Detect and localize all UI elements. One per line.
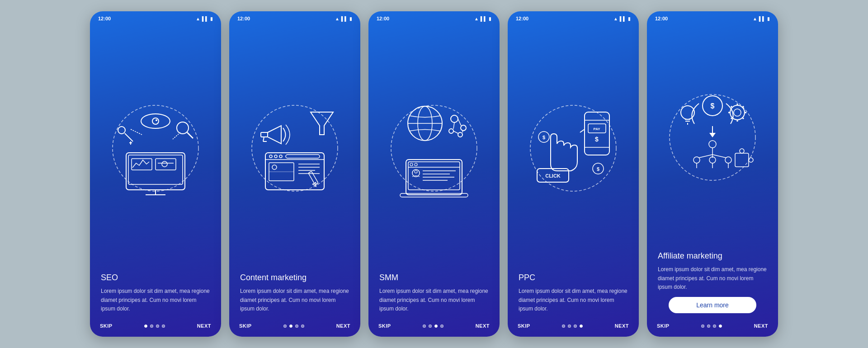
svg-line-52	[462, 131, 463, 132]
content-marketing-next-btn[interactable]: NEXT	[336, 323, 350, 329]
affiliate-content: Affiliate marketing Lorem ipsum dolor si…	[647, 251, 778, 318]
svg-point-104	[709, 157, 716, 163]
signal-icon: ▌▌	[202, 16, 208, 21]
battery-icon-3: ▮	[489, 16, 491, 21]
status-icons-3: ▲ ▌▌ ▮	[474, 16, 491, 21]
phone-screen-smm: 12:00 ▲ ▌▌ ▮	[368, 11, 500, 337]
svg-point-8	[177, 122, 189, 134]
svg-line-90	[743, 106, 744, 107]
battery-icon-2: ▮	[349, 16, 352, 21]
svg-point-20	[252, 105, 338, 191]
smm-title: SMM	[379, 273, 489, 282]
content-marketing-skip-btn[interactable]: SKIP	[239, 323, 252, 329]
content-marketing-dots	[283, 324, 304, 328]
svg-line-11	[173, 132, 180, 139]
status-bar-4: 12:00 ▲ ▌▌ ▮	[508, 11, 639, 23]
dot-4	[301, 324, 304, 328]
wifi-icon-3: ▲	[474, 16, 479, 21]
svg-line-2	[125, 133, 133, 141]
svg-line-23	[263, 137, 264, 141]
phone-screen-content-marketing: 12:00 ▲ ▌▌ ▮	[229, 11, 360, 337]
svg-text:$: $	[711, 102, 715, 110]
ppc-skip-btn[interactable]: SKIP	[518, 323, 530, 329]
battery-icon-4: ▮	[628, 16, 631, 21]
learn-more-button[interactable]: Learn more	[669, 297, 756, 313]
dot-2	[568, 324, 571, 328]
affiliate-illustration: $	[647, 23, 778, 251]
affiliate-skip-btn[interactable]: SKIP	[657, 323, 670, 329]
svg-text:PAY: PAY	[593, 127, 600, 131]
dot-2	[707, 324, 710, 328]
seo-dots	[144, 324, 165, 328]
smm-next-btn[interactable]: NEXT	[476, 323, 490, 329]
svg-point-31	[279, 155, 282, 158]
smm-skip-btn[interactable]: SKIP	[378, 323, 391, 329]
svg-point-47	[461, 125, 466, 131]
content-marketing-illustration	[229, 23, 360, 273]
svg-rect-22	[261, 132, 268, 137]
time-label-3: 12:00	[377, 16, 389, 21]
ppc-next-btn[interactable]: NEXT	[615, 323, 629, 329]
svg-text:$: $	[597, 166, 599, 172]
time-label-2: 12:00	[237, 16, 250, 21]
ppc-title: PPC	[519, 273, 628, 282]
battery-icon-5: ▮	[767, 16, 770, 21]
svg-line-51	[453, 122, 454, 129]
svg-point-61	[415, 170, 417, 173]
dot-1	[701, 324, 704, 328]
svg-line-10	[131, 129, 142, 135]
svg-point-7	[156, 119, 157, 121]
signal-icon-4: ▌▌	[620, 16, 626, 21]
svg-point-29	[269, 155, 272, 158]
svg-point-30	[274, 155, 277, 158]
svg-point-17	[162, 161, 167, 167]
seo-body: Lorem ipsum dolor sit dim amet, mea regi…	[101, 287, 210, 313]
signal-icon-5: ▌▌	[759, 16, 765, 21]
svg-point-6	[152, 118, 159, 124]
status-icons-4: ▲ ▌▌ ▮	[613, 16, 631, 21]
ppc-illustration: PAY $ $ CLICK $	[508, 23, 639, 273]
seo-title: SEO	[101, 273, 210, 282]
screens-container: 12:00 ▲ ▌▌ ▮	[81, 2, 787, 346]
dot-2	[289, 324, 292, 328]
svg-rect-32	[286, 155, 320, 158]
dot-1	[283, 324, 287, 328]
affiliate-next-btn[interactable]: NEXT	[754, 323, 768, 329]
svg-point-35	[272, 165, 277, 169]
seo-skip-btn[interactable]: SKIP	[100, 323, 113, 329]
dot-4	[162, 324, 165, 328]
affiliate-bottom-nav: SKIP NEXT	[647, 318, 778, 337]
svg-point-58	[410, 163, 413, 166]
affiliate-title: Affiliate marketing	[658, 251, 767, 261]
svg-line-9	[187, 132, 193, 138]
svg-text:$: $	[542, 135, 545, 140]
status-bar: 12:00 ▲ ▌▌ ▮	[90, 11, 221, 23]
svg-rect-14	[132, 159, 152, 170]
smm-body: Lorem ipsum dolor sit dim amet, mea regi…	[379, 287, 489, 313]
ppc-content: PPC Lorem ipsum dolor sit dim amet, mea …	[508, 273, 639, 318]
dot-1	[423, 324, 426, 328]
svg-marker-25	[311, 112, 333, 135]
svg-line-88	[731, 106, 732, 107]
dot-2	[150, 324, 153, 328]
svg-point-46	[451, 115, 458, 122]
time-label-5: 12:00	[655, 16, 668, 21]
phone-screen-affiliate: 12:00 ▲ ▌▌ ▮ $	[647, 11, 778, 337]
dot-3	[434, 324, 438, 328]
battery-icon: ▮	[210, 16, 213, 21]
svg-rect-109	[735, 153, 749, 167]
svg-line-50	[458, 119, 461, 126]
phone-screen-seo: 12:00 ▲ ▌▌ ▮	[90, 11, 221, 337]
svg-point-98	[709, 141, 716, 148]
wifi-icon-2: ▲	[335, 16, 340, 21]
wifi-icon: ▲	[196, 16, 200, 21]
svg-rect-67	[585, 112, 609, 155]
time-label: 12:00	[98, 16, 111, 21]
smm-bottom-nav: SKIP NEXT	[368, 318, 500, 337]
svg-point-66	[530, 105, 616, 191]
svg-text:CLICK: CLICK	[545, 173, 561, 179]
svg-rect-15	[156, 159, 176, 170]
svg-point-5	[141, 114, 170, 128]
svg-point-83	[734, 109, 741, 116]
seo-next-btn[interactable]: NEXT	[197, 323, 211, 329]
